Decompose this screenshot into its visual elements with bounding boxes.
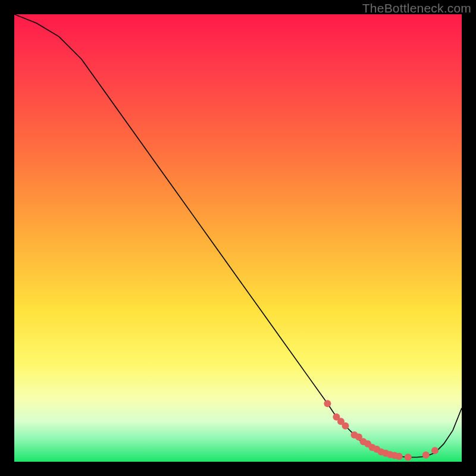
watermark-text: TheBottleneck.com: [362, 1, 471, 15]
curve-line: [14, 14, 462, 458]
curve-markers: [324, 400, 439, 461]
curve-marker-dot: [324, 400, 331, 407]
curve-marker-dot: [405, 454, 412, 461]
curve-marker-dot: [342, 422, 349, 430]
bottleneck-curve: [14, 14, 462, 462]
chart-frame: TheBottleneck.com: [0, 0, 476, 476]
curve-marker-dot: [431, 447, 439, 454]
gradient-plot-area: [14, 14, 462, 462]
curve-marker-dot: [422, 452, 430, 459]
curve-marker-dot: [396, 453, 403, 460]
